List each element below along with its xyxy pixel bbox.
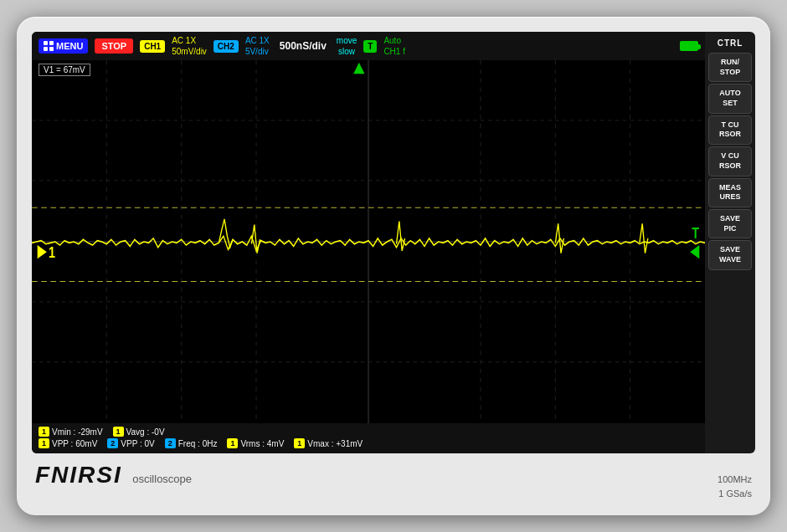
vmin-value: Vmin : -29mV bbox=[52, 427, 103, 437]
time-div: 500nS/div bbox=[280, 40, 327, 52]
sidebar: CTRL RUN/STOP AUTOSET T CURSOR V CURSOR … bbox=[705, 32, 755, 453]
svg-text:T: T bbox=[692, 225, 699, 242]
menu-icon bbox=[44, 41, 54, 51]
trigger-info: Auto CH1 f bbox=[383, 35, 405, 57]
vmin-badge: 1 bbox=[39, 427, 49, 437]
ch2-info: AC 1X 5V/div bbox=[245, 35, 270, 57]
toolbar: MENU STOP CH1 AC 1X 50mV/div CH2 AC 1X 5… bbox=[32, 32, 705, 60]
oscilloscope-screen: MENU STOP CH1 AC 1X 50mV/div CH2 AC 1X 5… bbox=[32, 32, 705, 453]
waveform-grid: 1 T bbox=[32, 60, 705, 423]
menu-button[interactable]: MENU bbox=[39, 38, 88, 54]
ctrl-label: CTRL bbox=[718, 35, 743, 51]
save-pic-button[interactable]: SAVEPIC bbox=[708, 209, 752, 238]
vmax-item: 1 Vmax : +31mV bbox=[294, 438, 363, 448]
t-cursor-button[interactable]: T CURSOR bbox=[708, 115, 752, 145]
v1-label: V1 = 67mV bbox=[39, 64, 90, 76]
vpp1-value: VPP : 60mV bbox=[52, 439, 97, 448]
vmax-value: Vmax : +31mV bbox=[307, 439, 363, 448]
t-badge: T bbox=[363, 40, 377, 53]
brand-specs: 100MHz 1 GSa/s bbox=[718, 473, 752, 500]
run-stop-button[interactable]: RUN/STOP bbox=[708, 53, 752, 82]
vrms-value: Vrms : 4mV bbox=[240, 439, 284, 448]
vrms-item: 1 Vrms : 4mV bbox=[227, 438, 284, 448]
vpp2-value: VPP : 0V bbox=[121, 439, 154, 448]
brand-name: FNIRSI bbox=[35, 462, 122, 488]
svg-text:1: 1 bbox=[49, 244, 55, 261]
vmax-badge: 1 bbox=[294, 438, 305, 448]
vpp2-badge: 2 bbox=[107, 438, 118, 448]
bottom-measurements: 1 Vmin : -29mV 1 Vavg : -0V 1 VPP : 60mV… bbox=[32, 423, 705, 453]
auto-set-button[interactable]: AUTOSET bbox=[708, 84, 752, 113]
freq-badge: 2 bbox=[165, 438, 176, 448]
spec-gsa: 1 GSa/s bbox=[718, 487, 752, 501]
stop-button[interactable]: STOP bbox=[95, 38, 133, 54]
measures-button[interactable]: MEASURES bbox=[708, 178, 752, 207]
freq-value: Freq : 0Hz bbox=[178, 439, 218, 448]
spec-mhz: 100MHz bbox=[718, 473, 752, 487]
ch2-badge: CH2 bbox=[213, 40, 239, 53]
svg-marker-16 bbox=[690, 245, 699, 258]
device-frame: MENU STOP CH1 AC 1X 50mV/div CH2 AC 1X 5… bbox=[17, 17, 770, 515]
vrms-badge: 1 bbox=[227, 438, 238, 448]
measurement-row-2: 1 VPP : 60mV 2 VPP : 0V 2 Freq : 0Hz 1 V… bbox=[39, 438, 698, 448]
ch1-badge: CH1 bbox=[140, 40, 165, 53]
vpp1-item: 1 VPP : 60mV bbox=[39, 438, 97, 448]
battery-icon bbox=[680, 41, 698, 51]
waveform-area: 1 T V1 = 67mV bbox=[32, 60, 705, 423]
vmin-item: 1 Vmin : -29mV bbox=[39, 427, 103, 437]
save-wave-button[interactable]: SAVEWAVE bbox=[708, 240, 752, 269]
measurement-row-1: 1 Vmin : -29mV 1 Vavg : -0V bbox=[39, 427, 698, 437]
svg-marker-18 bbox=[353, 63, 364, 74]
main-area: MENU STOP CH1 AC 1X 50mV/div CH2 AC 1X 5… bbox=[32, 32, 755, 453]
ch1-info: AC 1X 50mV/div bbox=[172, 35, 207, 57]
menu-label: MENU bbox=[56, 41, 83, 51]
vpp2-item: 2 VPP : 0V bbox=[107, 438, 154, 448]
v-cursor-button[interactable]: V CURSOR bbox=[708, 146, 752, 176]
vavg-value: Vavg : -0V bbox=[126, 427, 165, 437]
move-slow: move slow bbox=[337, 35, 357, 57]
vavg-item: 1 Vavg : -0V bbox=[113, 427, 165, 437]
freq-item: 2 Freq : 0Hz bbox=[165, 438, 218, 448]
brand-subtitle: oscilloscope bbox=[132, 473, 192, 485]
svg-marker-14 bbox=[38, 245, 47, 258]
vavg-badge: 1 bbox=[113, 427, 124, 437]
vpp1-badge: 1 bbox=[39, 438, 49, 448]
brand-row: FNIRSI oscilloscope 100MHz 1 GSa/s bbox=[32, 462, 755, 500]
brand-area: FNIRSI oscilloscope bbox=[35, 462, 192, 489]
